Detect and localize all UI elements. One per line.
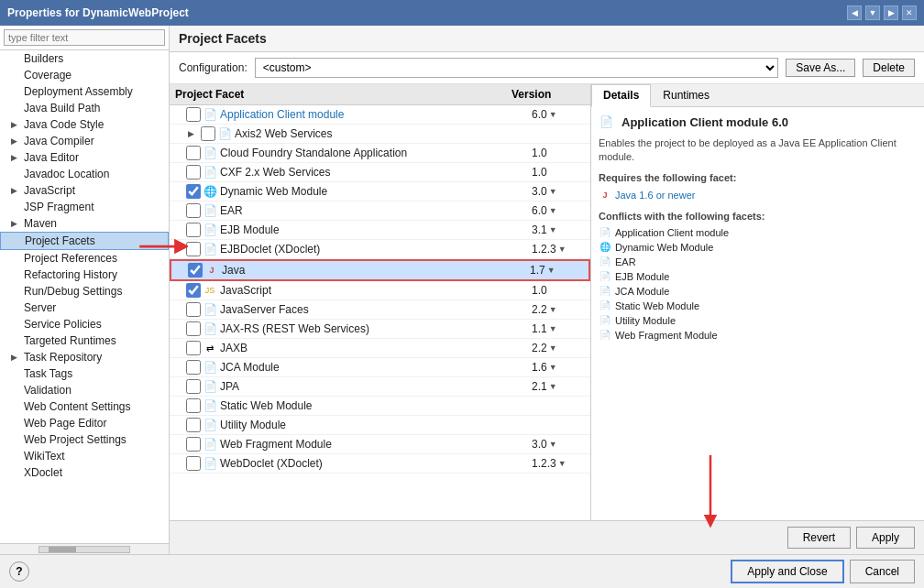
version-dropdown[interactable]: 1.2.3 ▼ [532, 457, 587, 470]
facet-row-jca[interactable]: 📄 JCA Module 1.6 ▼ [170, 358, 590, 377]
version-dropdown[interactable]: 3.0 ▼ [532, 438, 587, 451]
apply-button[interactable]: Apply [856, 527, 915, 549]
sidebar-item-java-compiler[interactable]: ▶ Java Compiler [0, 133, 169, 149]
sidebar-item-web-project-settings[interactable]: Web Project Settings [0, 431, 169, 448]
nav-dropdown-button[interactable]: ▼ [865, 5, 880, 20]
facet-row-jaxb[interactable]: ⇄ JAXB 2.2 ▼ [170, 339, 590, 358]
expand-icon: ▶ [11, 120, 20, 129]
sidebar-item-project-references[interactable]: Project References [0, 250, 169, 267]
version-dropdown[interactable]: 6.0 ▼ [532, 204, 587, 217]
facet-row-ear[interactable]: 📄 EAR 6.0 ▼ [170, 201, 590, 221]
sidebar-item-coverage[interactable]: Coverage [0, 67, 169, 83]
cancel-button[interactable]: Cancel [850, 560, 915, 583]
facet-row-javascript[interactable]: JS JavaScript 1.0 [170, 281, 590, 300]
version-dropdown[interactable]: 2.1 ▼ [532, 380, 587, 393]
apply-close-button[interactable]: Apply and Close [731, 560, 843, 583]
facet-checkbox-ejb[interactable] [186, 223, 201, 237]
version-dropdown[interactable]: 3.1 ▼ [532, 223, 587, 236]
facet-row-app-client[interactable]: 📄 Application Client module 6.0 ▼ [170, 105, 590, 125]
version-dropdown[interactable]: 1.2.3 ▼ [532, 243, 587, 256]
config-select[interactable]: <custom> [255, 58, 779, 78]
facet-checkbox-jaxb[interactable] [186, 341, 201, 355]
facet-row-cloud-foundry[interactable]: 📄 Cloud Foundry Standalone Application 1… [170, 144, 590, 163]
facet-row-jsf[interactable]: 📄 JavaServer Faces 2.2 ▼ [170, 300, 590, 320]
facet-checkbox-ear[interactable] [186, 203, 201, 218]
facet-checkbox-java[interactable] [188, 263, 203, 278]
sidebar-item-refactoring-history[interactable]: Refactoring History [0, 267, 169, 283]
facet-checkbox-jax-rs[interactable] [186, 321, 201, 336]
filter-input[interactable] [4, 29, 165, 46]
sidebar-item-targeted-runtimes[interactable]: Targeted Runtimes [0, 332, 169, 349]
sidebar-item-builders[interactable]: Builders [0, 50, 169, 67]
version-dropdown[interactable]: 2.2 ▼ [532, 342, 587, 354]
facet-checkbox-axis2[interactable] [201, 126, 215, 141]
facet-checkbox-ejbdoclet[interactable] [186, 242, 201, 256]
sidebar-item-web-content-settings[interactable]: Web Content Settings [0, 398, 169, 415]
sidebar-item-java-code-style[interactable]: ▶ Java Code Style [0, 116, 169, 133]
sidebar-item-java-editor[interactable]: ▶ Java Editor [0, 149, 169, 166]
facet-checkbox-web-fragment[interactable] [186, 437, 201, 452]
page-icon: 📄 [203, 203, 217, 218]
version-dropdown[interactable]: 6.0 ▼ [532, 108, 587, 121]
nav-forward-button[interactable]: ▶ [884, 5, 898, 20]
save-as-button[interactable]: Save As... [786, 59, 855, 77]
facet-row-ejbdoclet[interactable]: 📄 EJBDoclet (XDoclet) 1.2.3 ▼ [170, 240, 590, 259]
tab-runtimes[interactable]: Runtimes [651, 84, 721, 106]
version-dropdown[interactable]: 1.7 ▼ [530, 264, 585, 277]
sidebar-item-server[interactable]: Server [0, 299, 169, 316]
sidebar-item-task-tags[interactable]: Task Tags [0, 365, 169, 382]
delete-button[interactable]: Delete [863, 59, 915, 77]
facet-row-utility[interactable]: 📄 Utility Module [170, 416, 590, 435]
facet-row-jax-rs[interactable]: 📄 JAX-RS (REST Web Services) 1.1 ▼ [170, 320, 590, 339]
sidebar-item-project-facets[interactable]: Project Facets [0, 232, 169, 250]
version-dropdown[interactable]: 1.1 ▼ [532, 322, 587, 335]
version-dropdown[interactable]: 1.6 ▼ [532, 361, 587, 374]
sidebar-item-javascript[interactable]: ▶ JavaScript [0, 182, 169, 199]
facet-checkbox-static-web[interactable] [186, 398, 201, 413]
facet-row-axis2[interactable]: ▶ 📄 Axis2 Web Services [170, 125, 590, 144]
close-button[interactable]: ✕ [902, 5, 917, 20]
sidebar-item-validation[interactable]: Validation [0, 382, 169, 398]
facet-checkbox-utility[interactable] [186, 418, 201, 432]
facet-checkbox-webdoclet[interactable] [186, 456, 201, 471]
facet-checkbox-javascript[interactable] [186, 283, 201, 298]
horizontal-scrollbar[interactable] [0, 543, 169, 554]
sidebar-item-wikitext[interactable]: WikiText [0, 448, 169, 464]
tab-details[interactable]: Details [591, 84, 651, 107]
page-title: Project Facets [170, 26, 924, 52]
sidebar-item-xdoclet[interactable]: XDoclet [0, 464, 169, 481]
sidebar-item-javadoc-location[interactable]: Javadoc Location [0, 166, 169, 182]
sidebar-item-jsp-fragment[interactable]: JSP Fragment [0, 199, 169, 215]
facet-checkbox-cxf[interactable] [186, 165, 201, 180]
nav-back-button[interactable]: ◀ [847, 5, 862, 20]
facet-row-web-fragment[interactable]: 📄 Web Fragment Module 3.0 ▼ [170, 435, 590, 454]
facet-checkbox-jpa[interactable] [186, 379, 201, 394]
help-button[interactable]: ? [9, 561, 29, 582]
sidebar-item-label: Task Repository [24, 351, 102, 364]
revert-button[interactable]: Revert [787, 527, 851, 549]
version-dropdown[interactable]: 2.2 ▼ [532, 303, 587, 316]
sidebar-item-run-debug-settings[interactable]: Run/Debug Settings [0, 283, 169, 299]
facet-row-cxf[interactable]: 📄 CXF 2.x Web Services 1.0 [170, 163, 590, 182]
bottom-bar: Revert Apply [170, 520, 924, 554]
facet-row-java[interactable]: J Java 1.7 ▼ [170, 259, 590, 281]
sidebar-item-service-policies[interactable]: Service Policies [0, 316, 169, 332]
facet-checkbox-jsf[interactable] [186, 302, 201, 317]
sidebar-item-maven[interactable]: ▶ Maven [0, 215, 169, 232]
sidebar-item-task-repository[interactable]: ▶ Task Repository [0, 349, 169, 365]
facet-row-jpa[interactable]: 📄 JPA 2.1 ▼ [170, 377, 590, 397]
version-dropdown[interactable]: 3.0 ▼ [532, 185, 587, 198]
facet-row-static-web[interactable]: 📄 Static Web Module [170, 397, 590, 416]
facet-checkbox-app-client[interactable] [186, 107, 201, 122]
sidebar-item-web-page-editor[interactable]: Web Page Editor [0, 415, 169, 431]
requires-text: Java 1.6 or newer [615, 190, 695, 201]
sidebar-item-deployment-assembly[interactable]: Deployment Assembly [0, 83, 169, 100]
facet-row-webdoclet[interactable]: 📄 WebDoclet (XDoclet) 1.2.3 ▼ [170, 454, 590, 474]
facet-row-ejb[interactable]: 📄 EJB Module 3.1 ▼ [170, 221, 590, 240]
facet-row-dynamic-web[interactable]: 🌐 Dynamic Web Module 3.0 ▼ [170, 182, 590, 201]
sidebar-item-java-build-path[interactable]: Java Build Path [0, 100, 169, 116]
dropdown-arrow-icon: ▼ [558, 245, 566, 254]
facet-checkbox-jca[interactable] [186, 360, 201, 375]
facet-checkbox-dynamic-web[interactable] [186, 184, 201, 199]
facet-checkbox-cloud-foundry[interactable] [186, 146, 201, 160]
